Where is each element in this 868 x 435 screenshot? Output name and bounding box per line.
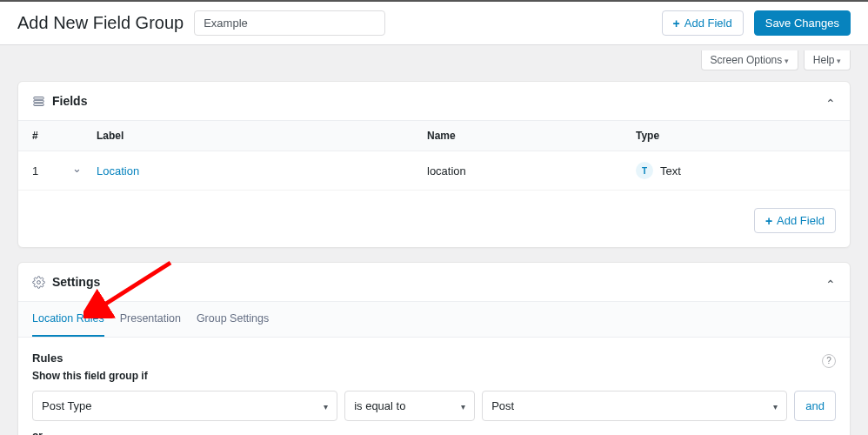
content-container: Fields # Label Name Type 1 Location loca… <box>0 70 868 435</box>
svg-point-3 <box>37 280 41 284</box>
settings-panel: Settings Location Rules Presentation Gro… <box>17 262 851 435</box>
add-field-button-top[interactable]: + Add Field <box>662 10 744 36</box>
settings-tabs: Location Rules Presentation Group Settin… <box>18 301 850 338</box>
fields-table-header: # Label Name Type <box>18 120 850 151</box>
and-button[interactable]: and <box>794 391 836 421</box>
rules-area: Rules ? Show this field group if Post Ty… <box>18 338 850 435</box>
screen-options-bar: Screen Options Help <box>0 45 868 70</box>
fields-panel: Fields # Label Name Type 1 Location loca… <box>17 81 851 248</box>
header-bar: Add New Field Group + Add Field Save Cha… <box>0 0 868 45</box>
rules-heading: Rules <box>32 351 63 365</box>
plus-icon: + <box>673 17 680 30</box>
col-type: Type <box>636 130 836 142</box>
col-num: # <box>32 130 72 142</box>
or-label: or <box>32 430 836 435</box>
settings-panel-title: Settings <box>52 275 100 289</box>
screen-options-button[interactable]: Screen Options <box>701 50 798 70</box>
table-row[interactable]: 1 Location location T Text <box>18 151 850 191</box>
rule-param-value: Post Type <box>42 399 92 412</box>
chevron-down-icon <box>461 399 465 412</box>
rule-value-value: Post <box>491 399 514 412</box>
fields-panel-title: Fields <box>52 94 87 108</box>
type-pill: T Text <box>636 162 681 179</box>
plus-icon: + <box>765 215 772 227</box>
rules-sub: Show this field group if <box>32 370 836 382</box>
settings-panel-header: Settings <box>18 263 850 301</box>
fields-panel-header: Fields <box>18 82 850 120</box>
col-name: Name <box>427 130 636 142</box>
rule-param-select[interactable]: Post Type <box>32 391 337 421</box>
gear-icon <box>32 276 45 289</box>
help-button[interactable]: Help <box>804 50 851 70</box>
tab-group-settings[interactable]: Group Settings <box>197 302 269 337</box>
group-title-input[interactable] <box>194 10 385 36</box>
fields-icon <box>32 95 45 108</box>
rule-row: Post Type is equal to Post and <box>32 391 836 421</box>
svg-rect-0 <box>34 97 43 99</box>
svg-rect-2 <box>34 104 43 106</box>
tab-presentation[interactable]: Presentation <box>120 302 181 337</box>
add-field-label: Add Field <box>684 17 732 30</box>
rule-value-select[interactable]: Post <box>482 391 787 421</box>
type-label: Text <box>660 164 681 177</box>
help-icon[interactable]: ? <box>822 354 836 368</box>
fields-panel-footer: + Add Field <box>18 191 850 247</box>
add-field-button-bottom[interactable]: + Add Field <box>754 208 836 233</box>
chevron-down-icon <box>324 399 328 412</box>
save-label: Save Changes <box>765 17 839 30</box>
add-field-label-bottom: Add Field <box>777 214 825 227</box>
tab-location-rules[interactable]: Location Rules <box>32 302 104 337</box>
col-label: Label <box>97 130 427 142</box>
save-changes-button[interactable]: Save Changes <box>754 10 851 36</box>
field-name: location <box>427 164 636 177</box>
row-num: 1 <box>32 164 72 177</box>
rule-operator-select[interactable]: is equal to <box>344 391 475 421</box>
type-badge-icon: T <box>636 162 653 179</box>
field-label-link[interactable]: Location <box>97 164 139 177</box>
collapse-fields-icon[interactable] <box>825 94 836 108</box>
rule-operator-value: is equal to <box>354 399 405 412</box>
svg-rect-1 <box>34 100 43 103</box>
page-title: Add New Field Group <box>17 13 184 33</box>
collapse-settings-icon[interactable] <box>825 275 836 289</box>
chevron-down-icon <box>773 399 778 412</box>
chevron-down-icon[interactable] <box>72 164 82 177</box>
